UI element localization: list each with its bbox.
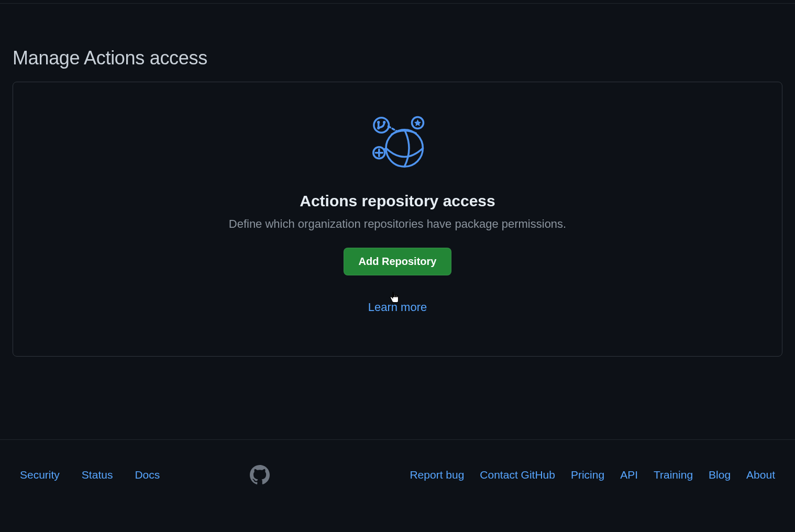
main-content: Manage Actions access [0,0,795,357]
footer-link-report-bug[interactable]: Report bug [410,469,464,481]
page-title: Manage Actions access [13,47,782,69]
footer-link-training[interactable]: Training [654,469,693,481]
panel-description: Define which organization repositories h… [229,217,566,231]
github-mark-icon [250,465,270,485]
svg-point-1 [374,118,389,133]
footer-link-docs[interactable]: Docs [135,469,160,481]
footer-right-links: Report bug Contact GitHub Pricing API Tr… [410,469,775,481]
globe-network-icon [369,114,426,171]
panel-heading: Actions repository access [300,192,495,210]
footer-link-api[interactable]: API [620,469,638,481]
actions-access-panel: Actions repository access Define which o… [13,82,782,357]
svg-point-0 [386,130,423,167]
learn-more-link[interactable]: Learn more [368,301,427,314]
site-footer: Security Status Docs Report bug Contact … [0,439,795,532]
footer-left-links: Security Status Docs [20,465,270,485]
footer-link-security[interactable]: Security [20,469,60,481]
footer-link-about[interactable]: About [746,469,775,481]
footer-link-pricing[interactable]: Pricing [571,469,604,481]
add-repository-button[interactable]: Add Repository [344,248,452,275]
footer-link-status[interactable]: Status [82,469,113,481]
top-divider [0,3,795,4]
footer-link-blog[interactable]: Blog [709,469,731,481]
footer-link-contact[interactable]: Contact GitHub [480,469,555,481]
